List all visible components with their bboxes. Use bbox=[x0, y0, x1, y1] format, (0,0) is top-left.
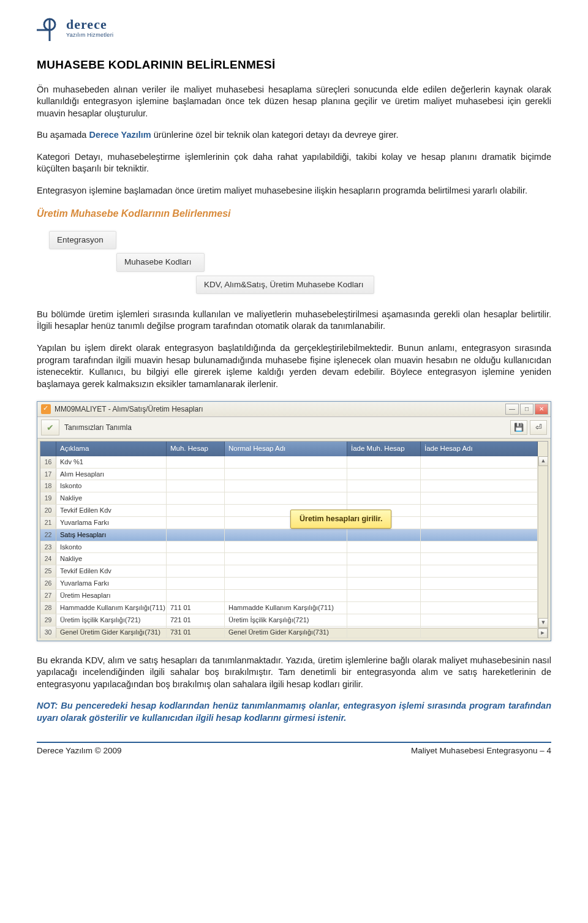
table-row[interactable]: 21Yuvarlama Farkı bbox=[40, 517, 538, 529]
table-row[interactable]: 29Üretim İşçilik Karşılığı(721)721 01Üre… bbox=[40, 614, 538, 627]
cell-muh-hesap[interactable] bbox=[167, 456, 225, 468]
cell-muh-hesap[interactable] bbox=[167, 529, 225, 541]
cell-iade-hesap-adi[interactable] bbox=[421, 517, 538, 529]
cell-aciklama[interactable]: Nakliye bbox=[56, 492, 167, 504]
cell-aciklama[interactable]: Yuvarlama Farkı bbox=[56, 517, 167, 529]
close-button[interactable]: ✕ bbox=[535, 404, 548, 415]
cell-aciklama[interactable]: Tevkif Edilen Kdv bbox=[56, 565, 167, 577]
column-header[interactable]: Normal Hesap Adı bbox=[225, 442, 347, 456]
table-row[interactable]: 17Alım Hesapları bbox=[40, 469, 538, 481]
cell-aciklama[interactable]: Üretim Hesapları bbox=[56, 590, 167, 601]
cell-muh-hesap[interactable] bbox=[167, 492, 225, 504]
table-row[interactable]: 25Tevkif Edilen Kdv bbox=[40, 565, 538, 578]
cell-aciklama[interactable]: Tevkif Edilen Kdv bbox=[56, 505, 167, 516]
cell-iade-muh-hesap[interactable] bbox=[347, 529, 421, 541]
cell-normal-hesap-adi[interactable] bbox=[225, 541, 347, 553]
cell-iade-muh-hesap[interactable] bbox=[347, 553, 421, 565]
cell-iade-muh-hesap[interactable] bbox=[347, 565, 421, 577]
cell-iade-muh-hesap[interactable] bbox=[347, 602, 421, 614]
data-grid[interactable]: Açıklama Muh. Hesap Normal Hesap Adı İad… bbox=[40, 441, 548, 638]
cell-muh-hesap[interactable]: 721 01 bbox=[167, 614, 225, 626]
cell-muh-hesap[interactable] bbox=[167, 578, 225, 589]
cell-muh-hesap[interactable] bbox=[167, 565, 225, 577]
cell-iade-hesap-adi[interactable] bbox=[421, 578, 538, 589]
column-header[interactable]: İade Muh. Hesap bbox=[347, 442, 421, 456]
cell-muh-hesap[interactable] bbox=[167, 517, 225, 529]
breadcrumb-item: Entegrasyon bbox=[49, 231, 116, 249]
cell-iade-hesap-adi[interactable] bbox=[421, 614, 538, 626]
cell-normal-hesap-adi[interactable] bbox=[225, 565, 347, 577]
save-button[interactable]: 💾 bbox=[510, 420, 527, 435]
table-row[interactable]: 27Üretim Hesapları bbox=[40, 590, 538, 602]
vertical-scrollbar[interactable]: ▲ ▼ bbox=[538, 456, 548, 628]
cell-iade-muh-hesap[interactable] bbox=[347, 614, 421, 626]
cell-muh-hesap[interactable] bbox=[167, 541, 225, 553]
column-header[interactable]: Açıklama bbox=[56, 442, 167, 456]
exit-button[interactable]: ⏎ bbox=[530, 420, 547, 435]
cell-normal-hesap-adi[interactable]: Hammadde Kullanım Karşılığı(711) bbox=[225, 602, 347, 614]
cell-iade-hesap-adi[interactable] bbox=[421, 565, 538, 577]
cell-aciklama[interactable]: Iskonto bbox=[56, 480, 167, 492]
column-header[interactable]: İade Hesap Adı bbox=[421, 442, 538, 456]
cell-iade-hesap-adi[interactable] bbox=[421, 456, 538, 468]
cell-normal-hesap-adi[interactable] bbox=[225, 480, 347, 492]
cell-normal-hesap-adi[interactable]: Üretim İşçilik Karşılığı(721) bbox=[225, 614, 347, 626]
cell-iade-muh-hesap[interactable] bbox=[347, 590, 421, 601]
cell-aciklama[interactable]: Nakliye bbox=[56, 553, 167, 565]
cell-iade-hesap-adi[interactable] bbox=[421, 590, 538, 601]
cell-iade-muh-hesap[interactable] bbox=[347, 492, 421, 504]
table-row[interactable]: 16Kdv %1 bbox=[40, 456, 538, 469]
cell-muh-hesap[interactable] bbox=[167, 469, 225, 480]
cell-iade-muh-hesap[interactable] bbox=[347, 578, 421, 589]
cell-normal-hesap-adi[interactable] bbox=[225, 469, 347, 480]
table-row[interactable]: 23Iskonto bbox=[40, 541, 538, 554]
cell-normal-hesap-adi[interactable] bbox=[225, 492, 347, 504]
cell-iade-hesap-adi[interactable] bbox=[421, 480, 538, 492]
cell-aciklama[interactable]: Hammadde Kullanım Karşılığı(711) bbox=[56, 602, 167, 614]
scroll-down-icon[interactable]: ▼ bbox=[538, 618, 548, 628]
cell-muh-hesap[interactable] bbox=[167, 553, 225, 565]
cell-aciklama[interactable]: Satış Hesapları bbox=[56, 529, 167, 541]
table-row[interactable]: 18Iskonto bbox=[40, 480, 538, 492]
table-row[interactable]: 19Nakliye bbox=[40, 492, 538, 505]
cell-muh-hesap[interactable] bbox=[167, 480, 225, 492]
table-row[interactable]: 26Yuvarlama Farkı bbox=[40, 578, 538, 590]
scroll-up-icon[interactable]: ▲ bbox=[538, 456, 548, 466]
cell-normal-hesap-adi[interactable] bbox=[225, 590, 347, 601]
cell-iade-muh-hesap[interactable] bbox=[347, 456, 421, 468]
toolbar-label[interactable]: Tanımsızları Tanımla bbox=[64, 423, 132, 432]
column-header[interactable]: Muh. Hesap bbox=[167, 442, 225, 456]
grid-header: Açıklama Muh. Hesap Normal Hesap Adı İad… bbox=[40, 442, 548, 456]
cell-iade-hesap-adi[interactable] bbox=[421, 529, 538, 541]
cell-normal-hesap-adi[interactable] bbox=[225, 553, 347, 565]
cell-iade-muh-hesap[interactable] bbox=[347, 541, 421, 553]
maximize-button[interactable]: □ bbox=[520, 404, 533, 415]
cell-iade-hesap-adi[interactable] bbox=[421, 505, 538, 516]
cell-aciklama[interactable]: Yuvarlama Farkı bbox=[56, 578, 167, 589]
cell-iade-muh-hesap[interactable] bbox=[347, 480, 421, 492]
minimize-button[interactable]: — bbox=[505, 404, 519, 415]
table-row[interactable]: 28Hammadde Kullanım Karşılığı(711)711 01… bbox=[40, 602, 538, 614]
cell-iade-hesap-adi[interactable] bbox=[421, 541, 538, 553]
cell-muh-hesap[interactable] bbox=[167, 590, 225, 601]
define-icon[interactable]: ✔ bbox=[41, 420, 59, 435]
cell-aciklama[interactable]: Alım Hesapları bbox=[56, 469, 167, 480]
cell-iade-hesap-adi[interactable] bbox=[421, 553, 538, 565]
cell-muh-hesap[interactable]: 711 01 bbox=[167, 602, 225, 614]
cell-iade-hesap-adi[interactable] bbox=[421, 602, 538, 614]
cell-normal-hesap-adi[interactable] bbox=[225, 456, 347, 468]
horizontal-scrollbar[interactable]: ◄ ► bbox=[40, 628, 548, 638]
cell-aciklama[interactable]: Üretim İşçilik Karşılığı(721) bbox=[56, 614, 167, 626]
table-row[interactable]: 24Nakliye bbox=[40, 553, 538, 565]
cell-muh-hesap[interactable] bbox=[167, 505, 225, 516]
table-row[interactable]: 22Satış Hesapları bbox=[40, 529, 538, 541]
cell-normal-hesap-adi[interactable] bbox=[225, 578, 347, 589]
cell-iade-hesap-adi[interactable] bbox=[421, 469, 538, 480]
table-row[interactable]: 20Tevkif Edilen Kdv bbox=[40, 505, 538, 517]
cell-aciklama[interactable]: Kdv %1 bbox=[56, 456, 167, 468]
scroll-right-icon[interactable]: ► bbox=[538, 628, 548, 638]
cell-normal-hesap-adi[interactable] bbox=[225, 529, 347, 541]
cell-aciklama[interactable]: Iskonto bbox=[56, 541, 167, 553]
cell-iade-muh-hesap[interactable] bbox=[347, 469, 421, 480]
cell-iade-hesap-adi[interactable] bbox=[421, 492, 538, 504]
